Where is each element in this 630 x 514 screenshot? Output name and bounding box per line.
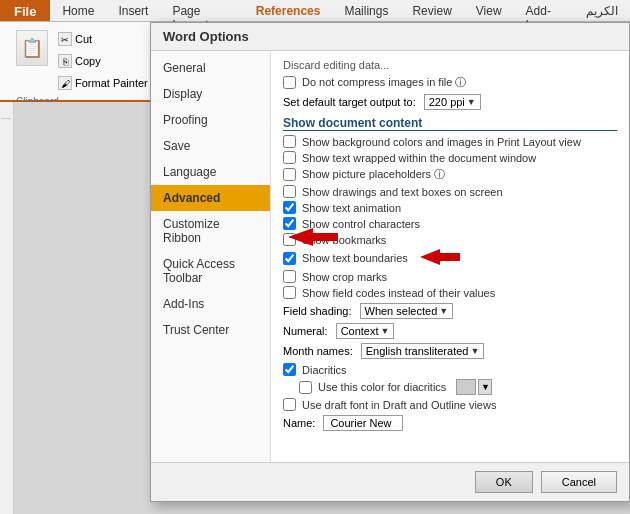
field-codes-checkbox[interactable]	[283, 286, 296, 299]
this-color-label: Use this color for diacritics	[318, 381, 446, 393]
month-names-dropdown[interactable]: English transliterated ▼	[361, 343, 485, 359]
color-swatch[interactable]	[456, 379, 476, 395]
default-target-label: Set default target output to:	[283, 96, 416, 108]
tab-home[interactable]: Home	[50, 0, 106, 21]
bg-colors-label: Show background colors and images in Pri…	[302, 136, 581, 148]
option-placeholders: Show picture placeholders ⓘ	[283, 167, 617, 182]
tab-addins[interactable]: Add-Ins	[514, 0, 574, 21]
nav-save[interactable]: Save	[151, 133, 270, 159]
option-bg-colors: Show background colors and images in Pri…	[283, 135, 617, 148]
nav-language[interactable]: Language	[151, 159, 270, 185]
numeral-dropdown[interactable]: Context ▼	[336, 323, 395, 339]
field-codes-label: Show field codes instead of their values	[302, 287, 495, 299]
tab-insert[interactable]: Insert	[106, 0, 160, 21]
nav-advanced[interactable]: Advanced	[151, 185, 270, 211]
dialog-content: Discard editing data... Do not compress …	[271, 51, 629, 462]
draft-font-label: Use draft font in Draft and Outline view…	[302, 399, 496, 411]
clipboard-section: 📋 ✂ Cut ⎘ Copy 🖌 Format Painter Clipboar…	[8, 26, 161, 96]
option-crop-marks: Show crop marks	[283, 270, 617, 283]
placeholders-checkbox[interactable]	[283, 168, 296, 181]
copy-button[interactable]: ⎘ Copy	[54, 52, 152, 70]
nav-trust-center[interactable]: Trust Center	[151, 317, 270, 343]
draft-font-row: Use draft font in Draft and Outline view…	[283, 398, 617, 411]
cancel-button[interactable]: Cancel	[541, 471, 617, 493]
text-anim-checkbox[interactable]	[283, 201, 296, 214]
diacritics-checkbox[interactable]	[283, 363, 296, 376]
numeral-label: Numeral:	[283, 325, 328, 337]
default-target-row: Set default target output to: 220 ppi ▼	[283, 94, 617, 110]
advanced-arrow-indicator	[288, 228, 338, 250]
show-doc-content-header: Show document content	[283, 116, 617, 131]
format-painter-icon: 🖌	[58, 76, 72, 90]
cut-icon: ✂	[58, 32, 72, 46]
this-color-checkbox[interactable]	[299, 381, 312, 394]
tab-review[interactable]: Review	[400, 0, 463, 21]
target-output-dropdown[interactable]: 220 ppi ▼	[424, 94, 481, 110]
paste-button[interactable]: 📋	[16, 30, 48, 66]
tab-page-layout[interactable]: Page Layout	[160, 0, 243, 21]
name-field-row: Name: Courier New	[283, 415, 617, 431]
numeral-row: Numeral: Context ▼	[283, 323, 617, 339]
dialog-nav: General Display Proofing Save Language A…	[151, 51, 271, 462]
placeholders-label: Show picture placeholders ⓘ	[302, 167, 445, 182]
draft-font-checkbox[interactable]	[283, 398, 296, 411]
text-boundaries-checkbox[interactable]	[283, 252, 296, 265]
nav-general[interactable]: General	[151, 55, 270, 81]
color-dropdown-btn[interactable]: ▼	[478, 379, 492, 395]
nav-proofing[interactable]: Proofing	[151, 107, 270, 133]
copy-icon: ⎘	[58, 54, 72, 68]
nav-quick-access[interactable]: Quick Access Toolbar	[151, 251, 270, 291]
tab-file[interactable]: File	[0, 0, 50, 21]
text-wrapped-checkbox[interactable]	[283, 151, 296, 164]
text-boundaries-arrow	[420, 249, 460, 267]
svg-marker-0	[420, 249, 460, 265]
tab-view[interactable]: View	[464, 0, 514, 21]
nav-addins[interactable]: Add-Ins	[151, 291, 270, 317]
name-input[interactable]: Courier New	[323, 415, 403, 431]
compress-images-checkbox[interactable]	[283, 76, 296, 89]
field-shading-row: Field shading: When selected ▼	[283, 303, 617, 319]
nav-display[interactable]: Display	[151, 81, 270, 107]
name-label: Name:	[283, 417, 315, 429]
tab-mailings[interactable]: Mailings	[332, 0, 400, 21]
tab-arabic[interactable]: الكريم	[574, 0, 630, 21]
text-anim-label: Show text animation	[302, 202, 401, 214]
target-dropdown-arrow: ▼	[467, 97, 476, 107]
text-boundaries-label: Show text boundaries	[302, 252, 408, 264]
word-options-dialog: Word Options General Display Proofing Sa…	[150, 22, 630, 502]
month-names-row: Month names: English transliterated ▼	[283, 343, 617, 359]
diacritics-row: Diacritics	[283, 363, 617, 376]
month-names-label: Month names:	[283, 345, 353, 357]
doc-sidebar: │	[0, 102, 14, 514]
option-text-boundaries: Show text boundaries	[283, 249, 617, 267]
nav-customize-ribbon[interactable]: Customize Ribbon	[151, 211, 270, 251]
option-text-anim: Show text animation	[283, 201, 617, 214]
crop-marks-checkbox[interactable]	[283, 270, 296, 283]
text-wrapped-label: Show text wrapped within the document wi…	[302, 152, 536, 164]
month-names-arrow: ▼	[470, 346, 479, 356]
dialog-body: General Display Proofing Save Language A…	[151, 51, 629, 462]
drawings-label: Show drawings and text boxes on screen	[302, 186, 503, 198]
drawings-checkbox[interactable]	[283, 185, 296, 198]
field-shading-label: Field shading:	[283, 305, 352, 317]
this-color-row: Use this color for diacritics ▼	[299, 379, 617, 395]
scroll-hint: Discard editing data...	[283, 59, 617, 71]
diacritics-label: Diacritics	[302, 364, 347, 376]
field-shading-value: When selected	[365, 305, 438, 317]
cut-button[interactable]: ✂ Cut	[54, 30, 152, 48]
bg-colors-checkbox[interactable]	[283, 135, 296, 148]
ok-button[interactable]: OK	[475, 471, 533, 493]
option-field-codes: Show field codes instead of their values	[283, 286, 617, 299]
numeral-arrow: ▼	[381, 326, 390, 336]
option-drawings: Show drawings and text boxes on screen	[283, 185, 617, 198]
option-text-wrapped: Show text wrapped within the document wi…	[283, 151, 617, 164]
svg-marker-1	[288, 228, 338, 246]
month-names-value: English transliterated	[366, 345, 469, 357]
ribbon-tabs: File Home Insert Page Layout References …	[0, 0, 630, 22]
dialog-title: Word Options	[151, 23, 629, 51]
dialog-footer: OK Cancel	[151, 462, 629, 501]
tab-references[interactable]: References	[244, 0, 333, 21]
field-shading-dropdown[interactable]: When selected ▼	[360, 303, 454, 319]
color-picker-area: ▼	[456, 379, 492, 395]
format-painter-button[interactable]: 🖌 Format Painter	[54, 74, 152, 92]
